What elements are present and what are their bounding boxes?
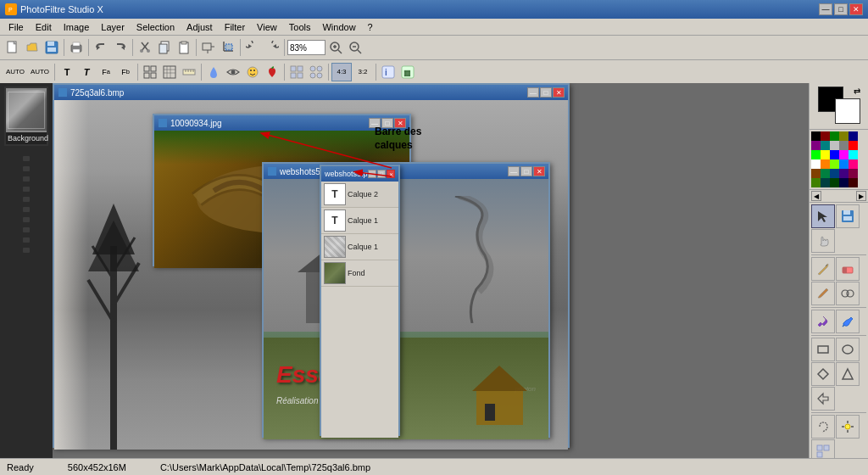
- tb-strawberry[interactable]: [263, 63, 281, 81]
- tb-redo[interactable]: [111, 38, 130, 57]
- doc-maximize-main[interactable]: □: [540, 87, 552, 98]
- tb-face[interactable]: [243, 63, 262, 81]
- palette-color-ffffff[interactable]: [811, 159, 821, 169]
- palette-color-004080[interactable]: [830, 169, 839, 178]
- palette-color-008000[interactable]: [830, 131, 839, 141]
- layer-item-calque2[interactable]: T Calque 2: [321, 182, 398, 208]
- tool-dropper[interactable]: [811, 310, 835, 333]
- doc-close-pfi[interactable]: ✕: [533, 166, 545, 176]
- swap-colors-btn[interactable]: ⇄: [854, 87, 860, 96]
- layers-minimize[interactable]: —: [368, 170, 376, 178]
- palette-color-80ff00[interactable]: [830, 159, 839, 169]
- tb-water[interactable]: [204, 63, 223, 81]
- tb-4-3[interactable]: 4:3: [331, 63, 352, 81]
- doc-maximize-jpg[interactable]: □: [381, 118, 393, 128]
- doc-minimize-main[interactable]: —: [527, 87, 539, 98]
- tool-save-panel[interactable]: [836, 204, 860, 228]
- palette-color-0000ff[interactable]: [830, 150, 839, 159]
- layer-item-calque1-text[interactable]: T Calque 1: [321, 208, 398, 234]
- tb-grid-1[interactable]: [141, 63, 159, 81]
- menu-edit[interactable]: Edit: [31, 20, 57, 34]
- palette-color-ff0000[interactable]: [849, 141, 858, 150]
- tool-hand[interactable]: [811, 229, 835, 253]
- palette-color-008080[interactable]: [821, 141, 830, 150]
- tool-eraser[interactable]: [836, 257, 860, 281]
- palette-color-008040[interactable]: [821, 169, 830, 178]
- tool-diamond[interactable]: [811, 362, 835, 386]
- tb-resize[interactable]: [199, 38, 218, 57]
- menu-file[interactable]: File: [3, 20, 29, 34]
- tool-clone[interactable]: [836, 282, 860, 305]
- doc-close-jpg[interactable]: ✕: [394, 118, 406, 128]
- doc-close-main[interactable]: ✕: [553, 87, 565, 98]
- menu-filter[interactable]: Filter: [220, 20, 250, 34]
- palette-color-808080[interactable]: [839, 141, 849, 150]
- tb-cut[interactable]: [136, 38, 154, 57]
- minimize-btn[interactable]: —: [819, 3, 832, 15]
- layers-close[interactable]: ✕: [387, 170, 395, 178]
- menu-window[interactable]: Window: [317, 20, 360, 34]
- tb-auto-adj2[interactable]: AUTO: [28, 63, 52, 81]
- palette-color-408000[interactable]: [811, 178, 821, 187]
- bg-color-box[interactable]: [835, 98, 860, 124]
- tb-print[interactable]: [67, 38, 86, 57]
- tb-rotate-l[interactable]: [243, 38, 262, 57]
- tool-lasso[interactable]: [811, 415, 835, 439]
- palette-color-c0c0c0[interactable]: [830, 141, 839, 150]
- palette-color-800000[interactable]: [821, 131, 830, 141]
- tb-grid-2[interactable]: [160, 63, 179, 81]
- tb-save[interactable]: [42, 38, 61, 57]
- tb-font2[interactable]: Fb: [116, 63, 135, 81]
- menu-view[interactable]: View: [252, 20, 282, 34]
- palette-color-000080[interactable]: [849, 131, 858, 141]
- tb-eye[interactable]: [224, 63, 242, 81]
- palette-color-800080[interactable]: [811, 141, 821, 150]
- palette-color-ffff00[interactable]: [821, 150, 830, 159]
- palette-color-ff00ff[interactable]: [839, 150, 849, 159]
- palette-color-000000[interactable]: [811, 131, 821, 141]
- palette-color-0080ff[interactable]: [839, 159, 849, 169]
- tool-brush[interactable]: [811, 282, 835, 305]
- tb-text-t1[interactable]: T: [58, 63, 76, 81]
- menu-tools[interactable]: Tools: [284, 20, 316, 34]
- tb-info2[interactable]: ▦: [398, 63, 417, 81]
- tb-zoom-in[interactable]: [326, 38, 345, 57]
- tb-ruler[interactable]: [180, 63, 198, 81]
- palette-scroll-right[interactable]: ▶: [856, 191, 866, 201]
- menu-image[interactable]: Image: [58, 20, 95, 34]
- menu-help[interactable]: ?: [363, 20, 378, 34]
- palette-color-00ffff[interactable]: [849, 150, 858, 159]
- tb-auto-adj[interactable]: AUTO: [3, 63, 27, 81]
- maximize-btn[interactable]: □: [834, 3, 848, 15]
- tb-zoom-out[interactable]: [346, 38, 364, 57]
- palette-color-000040[interactable]: [839, 178, 849, 187]
- tool-arrow-shape[interactable]: [811, 387, 835, 411]
- palette-color-808000[interactable]: [839, 131, 849, 141]
- layer-item-calque1-img[interactable]: Calque 1: [321, 234, 398, 260]
- menu-selection[interactable]: Selection: [131, 20, 180, 34]
- tool-rect[interactable]: [811, 338, 835, 361]
- doc-minimize-pfi[interactable]: —: [508, 166, 520, 176]
- tool-pencil[interactable]: [811, 257, 835, 281]
- tool-select[interactable]: [811, 204, 835, 228]
- tool-bucket[interactable]: [836, 310, 860, 333]
- layer-item-fond[interactable]: Fond: [321, 260, 398, 287]
- doc-minimize-jpg[interactable]: —: [369, 118, 381, 128]
- zoom-input[interactable]: [287, 40, 326, 55]
- close-btn[interactable]: ✕: [849, 3, 863, 15]
- doc-maximize-pfi[interactable]: □: [520, 166, 532, 176]
- tool-magic-wand[interactable]: [836, 415, 860, 439]
- tb-crop[interactable]: [219, 38, 237, 57]
- palette-color-400080[interactable]: [839, 169, 849, 178]
- tb-font1[interactable]: Fa: [97, 63, 115, 81]
- palette-color-804000[interactable]: [811, 169, 821, 178]
- tb-text-t2[interactable]: T: [77, 63, 96, 81]
- tb-info1[interactable]: i: [379, 63, 398, 81]
- tb-open[interactable]: [23, 38, 42, 57]
- tb-paste[interactable]: [175, 38, 193, 57]
- tb-fx2[interactable]: [307, 63, 326, 81]
- tb-rotate-r[interactable]: [263, 38, 281, 57]
- layers-maximize[interactable]: □: [377, 170, 386, 178]
- tb-copy[interactable]: [155, 38, 174, 57]
- palette-color-ff8000[interactable]: [821, 159, 830, 169]
